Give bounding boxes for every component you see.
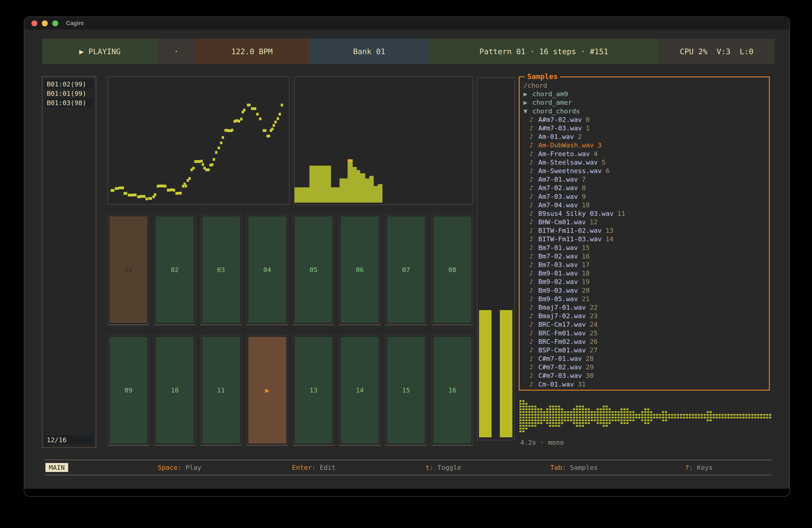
waveform-dash <box>585 411 587 413</box>
sample-file-row[interactable]: ♪Bm9-02.wav19 <box>523 277 766 286</box>
sample-file-row[interactable]: ♪BITW-Fm11-03.wav14 <box>523 235 766 243</box>
status-segment-pattern[interactable]: Pattern 01 · 16 steps · #151 <box>429 39 659 64</box>
waveform-dash <box>573 422 575 424</box>
waveform-dash <box>540 411 542 413</box>
waveform-dash <box>707 417 709 418</box>
pattern-cell-01[interactable]: 01 <box>108 215 149 325</box>
waveform-dash <box>522 409 524 410</box>
sample-file-index: 21 <box>582 295 590 303</box>
waveform-dash <box>730 414 733 416</box>
waveform-dash <box>674 414 676 416</box>
folder-row[interactable]: ▼chord_chords <box>523 107 766 115</box>
sample-file-row[interactable]: ♪Am-DubWash.wav3 <box>523 141 766 149</box>
pattern-cell-16[interactable]: 16 <box>432 335 473 446</box>
sample-file-row[interactable]: ♪C#m7-01.wav28 <box>523 354 766 363</box>
pattern-cell-05[interactable]: 05 <box>293 215 334 325</box>
waveform-dash <box>549 414 551 416</box>
sample-file-row[interactable]: ♪C#m7-03.wav30 <box>523 371 766 380</box>
key-hint-play[interactable]: Space: Play <box>158 463 201 471</box>
sample-file-row[interactable]: ♪Am7-03.wav9 <box>523 192 766 200</box>
sample-file-row[interactable]: ♪Bm9-03.wav20 <box>523 286 766 295</box>
sample-file-row[interactable]: ♪A#m7-03.wav1 <box>523 124 766 132</box>
sample-file-row[interactable]: ♪Am-Freeto.wav4 <box>523 149 766 158</box>
scatter-point <box>238 120 240 123</box>
pattern-cell-14[interactable]: 14 <box>339 335 380 446</box>
waveform-dash <box>665 419 667 421</box>
track-list-item[interactable]: B01:01(99) <box>45 89 93 98</box>
sample-file-row[interactable]: ♪Am7-04.wav10 <box>523 201 766 209</box>
sample-file-row[interactable]: ♪C#m7-02.wav29 <box>523 363 766 371</box>
pattern-cell-11[interactable]: 11 <box>200 335 242 446</box>
pattern-cell-10[interactable]: 10 <box>154 335 195 446</box>
waveform-dash <box>734 417 736 418</box>
sample-file-row[interactable]: ♪Bmaj7-01.wav22 <box>523 303 766 312</box>
key-hint-edit[interactable]: Enter: Edit <box>292 463 335 471</box>
sample-file-row[interactable]: ♪Bm7-01.wav15 <box>523 243 766 252</box>
status-segment-metronome[interactable]: · <box>158 39 194 64</box>
scatter-point <box>198 160 201 163</box>
sample-file-row[interactable]: ♪Am-Steelsaw.wav5 <box>523 158 766 167</box>
pattern-cell-03[interactable]: 03 <box>200 215 242 325</box>
waveform-dash <box>626 417 628 418</box>
key-hint-samples[interactable]: Tab: Samples <box>550 463 598 471</box>
waveform-dash <box>534 419 536 421</box>
key-hint-keys[interactable]: ?: Keys <box>685 463 713 471</box>
waveform-dash <box>558 409 560 410</box>
sample-file-row[interactable]: ♪Am7-02.wav8 <box>523 184 766 192</box>
sample-file-row[interactable]: ♪A#m7-02.wav0 <box>523 115 766 124</box>
folder-row[interactable]: ▶chord_am9 <box>523 90 766 98</box>
sample-file-index: 8 <box>582 184 586 191</box>
sample-file-row[interactable]: ♪Bm7-02.wav16 <box>523 252 766 260</box>
sample-file-row[interactable]: ♪BHW-Cm01.wav12 <box>523 218 766 226</box>
folder-row[interactable]: ▶chord_amer <box>523 98 766 106</box>
sample-file-row[interactable]: ♪Cm-01.wav31 <box>523 380 766 388</box>
scatter-point <box>218 146 220 149</box>
status-bar: ▶ PLAYING·122.0 BPMBank 01Pattern 01 · 1… <box>42 39 774 64</box>
track-list-item[interactable]: B01:03(98) <box>45 98 93 108</box>
minimize-icon[interactable] <box>42 20 48 26</box>
waveform-dash <box>695 414 697 416</box>
pattern-cell-04[interactable]: 04 <box>247 215 288 325</box>
sample-file-row[interactable]: ♪Am7-01.wav7 <box>523 175 766 184</box>
pattern-cell-06[interactable]: 06 <box>339 215 380 325</box>
sample-file-row[interactable]: ♪BRC-Fm02.wav26 <box>523 337 766 346</box>
pattern-cell-12[interactable]: ▶ <box>247 335 288 446</box>
key-hint-toggle[interactable]: t: Toggle <box>425 463 461 471</box>
sample-file-row[interactable]: ♪Am-01.wav2 <box>523 132 766 141</box>
waveform-dash <box>609 422 611 424</box>
status-segment-transport[interactable]: ▶ PLAYING <box>42 39 158 64</box>
sample-file-index: 30 <box>586 372 594 379</box>
sample-file-row[interactable]: ♪B9sus4 Silky 03.wav11 <box>523 209 766 218</box>
pattern-cell-15[interactable]: 15 <box>385 335 427 446</box>
status-segment-bank[interactable]: Bank 01 <box>309 39 429 64</box>
maximize-icon[interactable] <box>52 20 58 26</box>
sample-file-name: Am-01.wav <box>538 133 574 140</box>
scatter-point <box>185 185 187 187</box>
pattern-cell-02[interactable]: 02 <box>154 215 195 325</box>
sample-file-row[interactable]: ♪BRC-Cm17.wav24 <box>523 320 766 329</box>
music-note-icon: ♪ <box>530 252 538 260</box>
pattern-cell-08[interactable]: 08 <box>432 215 473 325</box>
waveform-dash <box>594 414 596 416</box>
sample-file-row[interactable]: ♪BSP-Cm01.wav27 <box>523 346 766 354</box>
waveform-dash <box>626 409 628 410</box>
pattern-cell-07[interactable]: 07 <box>385 215 427 325</box>
sample-file-row[interactable]: ♪Bm7-03.wav17 <box>523 260 766 269</box>
sample-file-row[interactable]: ♪Bmaj7-02.wav23 <box>523 312 766 320</box>
close-icon[interactable] <box>31 20 38 26</box>
sample-file-row[interactable]: ♪BITW-Fm11-02.wav13 <box>523 226 766 235</box>
sample-file-name: B9sus4 Silky 03.wav <box>538 210 614 217</box>
status-segment-bpm[interactable]: 122.0 BPM <box>194 39 309 64</box>
pattern-cell-13[interactable]: 13 <box>293 335 334 446</box>
sample-file-row[interactable]: ♪Bm9-01.wav18 <box>523 269 766 277</box>
waveform-dash <box>745 417 748 418</box>
waveform-dash <box>621 419 623 421</box>
sample-file-row[interactable]: ♪Bm9-05.wav21 <box>523 295 766 303</box>
pattern-cell-09[interactable]: 09 <box>108 335 149 446</box>
sample-file-row[interactable]: ♪Am-Sweetness.wav6 <box>523 167 766 175</box>
pattern-cell-label: 15 <box>402 386 410 394</box>
sample-file-row[interactable]: ♪BRC-Fm01.wav25 <box>523 329 766 337</box>
waveform-dash <box>579 409 581 410</box>
track-list-item[interactable]: B01:02(99) <box>45 80 93 89</box>
sample-file-name: Am-DubWash.wav <box>538 141 594 149</box>
